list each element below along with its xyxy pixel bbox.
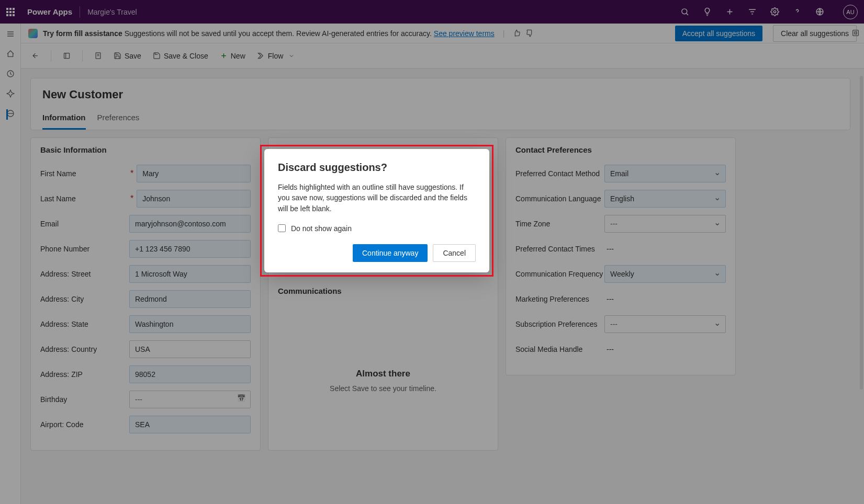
cancel-button[interactable]: Cancel <box>433 244 476 262</box>
continue-anyway-button[interactable]: Continue anyway <box>353 244 428 262</box>
dialog-title: Discard suggestions? <box>278 162 476 174</box>
dialog-body: Fields highlighted with an outline still… <box>278 182 476 214</box>
dont-show-again-label: Do not show again <box>291 224 352 233</box>
dont-show-again-row[interactable]: Do not show again <box>278 224 476 233</box>
discard-suggestions-dialog: Discard suggestions? Fields highlighted … <box>264 149 489 272</box>
dont-show-again-checkbox[interactable] <box>278 224 286 232</box>
